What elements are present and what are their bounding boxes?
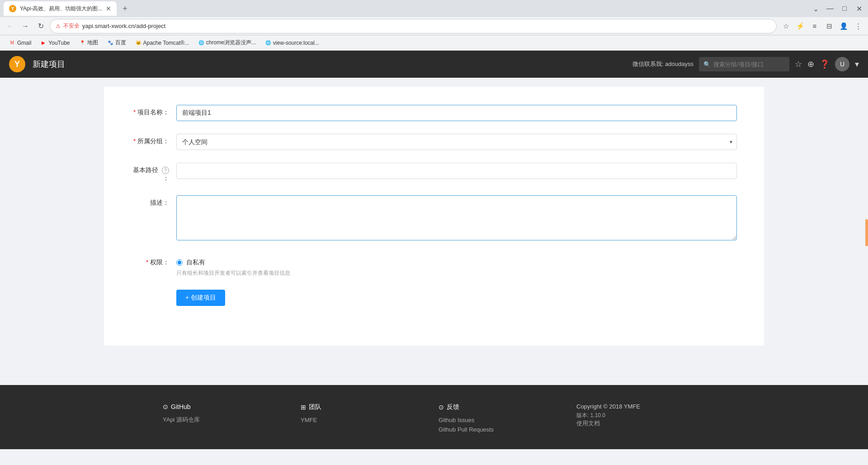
form-card: 项目名称： 所属分组： 个人空间 公共空间 ▾ 基本路径 (104, 87, 764, 346)
address-bar[interactable]: ⚠ 不安全 (50, 19, 777, 33)
avatar[interactable]: U (835, 57, 849, 71)
bookmark-youtube[interactable]: ▶ YouTube (37, 38, 73, 48)
scroll-indicator[interactable] (865, 219, 868, 246)
submit-row: + 创建项目 (131, 290, 737, 306)
create-project-button[interactable]: + 创建项目 (176, 290, 225, 306)
help-icon[interactable]: ? (162, 167, 169, 174)
back-button[interactable]: ← (4, 20, 16, 33)
bookmark-youtube-label: YouTube (48, 40, 70, 46)
toolbar-icons: ☆ ⚡ ≡ ⊟ 👤 ⋮ (779, 20, 864, 33)
gmail-favicon: M (9, 40, 15, 46)
github-icon: ⊙ (163, 403, 168, 410)
permission-label: 权限： (131, 255, 176, 267)
footer-feedback-section: ⊙ 反馈 Github Issues Github Pull Requests (439, 403, 567, 436)
bookmark-tomcat[interactable]: 🐱 Apache Tomcat®... (132, 38, 193, 48)
footer-github-link[interactable]: YApi 源码仓库 (163, 416, 292, 424)
extension-icon-1[interactable]: ≡ (808, 20, 821, 33)
project-name-input[interactable] (176, 105, 737, 121)
add-button[interactable]: ⊕ (807, 59, 814, 69)
extensions-button[interactable]: ⚡ (794, 20, 807, 33)
footer-copyright-section: Copyright © 2018 YMFE 版本: 1.10.0 使用文档 (576, 403, 705, 436)
private-radio-label[interactable]: 自私有 (186, 258, 205, 267)
tomcat-favicon: 🐱 (135, 40, 142, 46)
search-icon: 🔍 (703, 61, 711, 68)
app-title: 新建项目 (33, 59, 65, 70)
profile-button[interactable]: 👤 (837, 20, 850, 33)
bookmarks-bar: M Gmail ▶ YouTube 📍 地图 🐾 百度 🐱 Apache Tom… (0, 35, 868, 51)
main-content: 项目名称： 所属分组： 个人空间 公共空间 ▾ 基本路径 (0, 78, 868, 385)
collapse-button[interactable]: ⌄ (810, 3, 821, 14)
search-box[interactable]: 🔍 (699, 57, 789, 71)
permission-radio-group: 自私有 (176, 255, 737, 267)
bookmark-view-source[interactable]: 🌐 view-source:local... (261, 38, 323, 48)
team-icon: ⊞ (301, 404, 306, 411)
footer-docs-link[interactable]: 使用文档 (576, 419, 705, 427)
menu-button[interactable]: ⋮ (852, 20, 864, 33)
tab-close-button[interactable]: ✕ (106, 5, 111, 12)
description-row: 描述： (131, 195, 737, 242)
bookmark-gmail-label: Gmail (17, 40, 31, 46)
tab-favicon: Y (9, 5, 16, 12)
group-select[interactable]: 个人空间 公共空间 (176, 134, 737, 150)
url-input[interactable] (82, 23, 771, 29)
baidu-favicon: 🐾 (107, 40, 113, 46)
minimize-button[interactable]: — (825, 3, 835, 14)
bookmark-gmail[interactable]: M Gmail (5, 38, 35, 48)
group-row: 所属分组： 个人空间 公共空间 ▾ (131, 134, 737, 150)
active-tab[interactable]: Y YApi-高效、易用、功能强大的图... ✕ (4, 1, 117, 16)
new-tab-button[interactable]: + (118, 2, 131, 15)
bookmark-baidu-label: 百度 (115, 39, 126, 47)
split-screen-button[interactable]: ⊟ (823, 20, 835, 33)
tab-bar: Y YApi-高效、易用、功能强大的图... ✕ + ⌄ — □ ✕ (0, 0, 868, 17)
dropdown-button[interactable]: ▾ (855, 59, 859, 69)
base-path-label: 基本路径 ? ： (131, 163, 176, 183)
description-textarea[interactable] (176, 195, 737, 240)
bookmark-chrome-sound[interactable]: 🌐 chrome浏览器没声... (194, 37, 259, 48)
private-radio[interactable] (176, 259, 183, 266)
description-control (176, 195, 737, 242)
project-name-label: 项目名称： (131, 105, 176, 117)
app-header: Y 新建项目 微信联系我: adoudayss 🔍 ☆ ⊕ ❓ U ▾ (0, 51, 868, 78)
browser-toolbar: ← → ↻ ⚠ 不安全 ☆ ⚡ ≡ ⊟ 👤 ⋮ (0, 17, 868, 35)
security-icon: ⚠ (56, 23, 61, 29)
bookmark-maps[interactable]: 📍 地图 (75, 37, 102, 48)
description-label: 描述： (131, 195, 176, 207)
app-logo[interactable]: Y (9, 56, 25, 72)
feedback-icon: ⊙ (439, 404, 444, 411)
star-button[interactable]: ☆ (795, 59, 802, 69)
footer-github-issues-link[interactable]: Github Issues (439, 417, 567, 423)
youtube-favicon: ▶ (40, 40, 47, 46)
footer-team-section: ⊞ 团队 YMFE (301, 403, 429, 436)
bookmark-view-source-label: view-source:local... (273, 40, 319, 46)
group-label: 所属分组： (131, 134, 176, 146)
bookmark-baidu[interactable]: 🐾 百度 (104, 37, 130, 48)
footer-github-pulls-link[interactable]: Github Pull Requests (439, 426, 567, 433)
footer-team-link[interactable]: YMFE (301, 417, 429, 423)
permission-row: 权限： 自私有 只有组长和项目开发者可以索引并查看项目信息 (131, 255, 737, 277)
permission-hint: 只有组长和项目开发者可以索引并查看项目信息 (176, 269, 737, 277)
submit-control: + 创建项目 (176, 290, 737, 306)
forward-button[interactable]: → (19, 20, 32, 33)
footer-copyright-text: Copyright © 2018 YMFE (576, 403, 705, 410)
reload-button[interactable]: ↻ (34, 20, 47, 33)
footer-version: 版本: 1.10.0 (576, 412, 705, 419)
project-name-row: 项目名称： (131, 105, 737, 121)
maximize-button[interactable]: □ (839, 3, 850, 14)
app-footer: ⊙ GitHub YApi 源码仓库 ⊞ 团队 YMFE ⊙ 反馈 Github… (0, 385, 868, 449)
close-button[interactable]: ✕ (854, 3, 864, 14)
window-controls: ⌄ — □ ✕ (810, 3, 864, 14)
search-input[interactable] (713, 61, 781, 68)
base-path-input[interactable] (176, 163, 737, 179)
base-path-control (176, 163, 737, 179)
project-name-control (176, 105, 737, 121)
bookmark-star-button[interactable]: ☆ (779, 20, 792, 33)
wechat-text: 微信联系我: adoudayss (632, 60, 693, 68)
maps-favicon: 📍 (79, 40, 85, 46)
footer-team-title: ⊞ 团队 (301, 403, 429, 411)
help-button[interactable]: ❓ (820, 59, 830, 69)
header-right: 微信联系我: adoudayss 🔍 ☆ ⊕ ❓ U ▾ (632, 57, 859, 71)
svg-text:Y: Y (14, 60, 20, 69)
group-control: 个人空间 公共空间 ▾ (176, 134, 737, 150)
base-path-row: 基本路径 ? ： (131, 163, 737, 183)
footer-grid: ⊙ GitHub YApi 源码仓库 ⊞ 团队 YMFE ⊙ 反馈 Github… (163, 403, 705, 436)
